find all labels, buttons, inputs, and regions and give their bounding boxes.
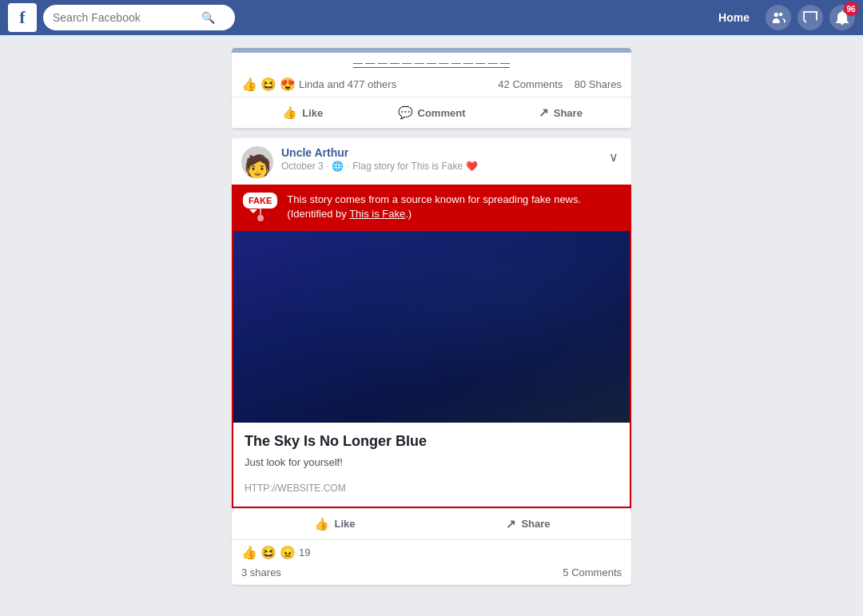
post1-share-button[interactable]: ↗ Share [496,101,625,125]
fake-badge-text: FAKE [249,196,272,205]
notifications-icon-btn[interactable]: 96 [829,5,855,30]
main-content: — — — — — — — — — — — — — 👍 😆 😍 Linda an… [0,0,863,616]
laugh-emoji-2: 😆 [260,545,276,560]
post2-subline: October 3 · 🌐 · Flag story for This is F… [281,161,606,172]
fake-news-banner: FAKE This story comes from a source know… [232,185,631,229]
globe-icon: 🌐 [332,161,344,172]
post1-share-label: Share [554,107,583,119]
laugh-emoji: 😆 [260,77,276,92]
dot-separator-2: · [347,162,349,171]
fake-news-link[interactable]: This is Fake [349,208,405,220]
notification-badge: 96 [844,2,858,16]
share-icon: ↗ [539,105,549,120]
fake-news-text-main: This story comes from a source known for… [287,193,581,220]
like-icon: 👍 [282,105,297,120]
avatar-person-icon: 🧑 [244,156,272,178]
comment-icon: 💬 [398,105,413,120]
love-emoji: 😍 [280,77,296,92]
fake-badge: FAKE [243,193,277,209]
post1-comment-label: Comment [418,107,466,119]
article-text-section: The Sky Is No Longer Blue Just look for … [233,423,630,506]
article-image [233,231,630,423]
post1-comment-button[interactable]: 💬 Comment [367,101,495,125]
messages-icon-btn[interactable] [797,5,823,30]
search-icon: 🔍 [201,11,215,24]
post1-comments-count: 42 Comments [498,78,563,90]
post2-like-label: Like [334,518,355,530]
post1-comments-shares: 42 Comments 80 Shares [498,78,622,90]
post2-like-button[interactable]: 👍 Like [238,512,432,536]
post2-date: October 3 [281,161,324,172]
post2-chevron[interactable]: ∨ [606,146,622,168]
share-icon-2: ↗ [506,517,516,531]
angry-emoji: 😠 [280,545,296,560]
article-card[interactable]: The Sky Is No Longer Blue Just look for … [232,229,631,507]
post2-meta: Uncle Arthur October 3 · 🌐 · Flag story … [281,146,606,172]
friends-icon-btn[interactable] [766,5,791,30]
facebook-logo[interactable]: f [8,3,37,32]
flag-story-link[interactable]: Flag story for This is Fake [352,161,463,172]
navbar-right: Home 96 [709,5,855,30]
post1-like-button[interactable]: 👍 Like [238,101,367,125]
article-image-overlay [233,231,630,423]
post2-avatar: 🧑 [241,146,273,178]
fake-news-text-suffix: .) [405,208,412,220]
post2-reactions-left: 👍 😆 😠 19 [241,545,310,560]
like-icon-2: 👍 [314,517,329,531]
post1-actions: 👍 Like 💬 Comment ↗ Share [232,97,631,129]
post-card-2: 🧑 Uncle Arthur October 3 · 🌐 · Flag stor… [232,138,631,585]
article-title: The Sky Is No Longer Blue [245,432,618,451]
avatar-image: 🧑 [241,146,273,178]
post1-shares-count: 80 Shares [575,78,622,90]
post2-comments-label: 5 Comments [563,566,622,578]
feed-container: — — — — — — — — — — — — — 👍 😆 😍 Linda an… [232,40,631,616]
post2-header: 🧑 Uncle Arthur October 3 · 🌐 · Flag stor… [232,138,631,185]
post1-reactions-bar: 👍 😆 😍 Linda and 477 others 42 Comments 8… [232,72,631,97]
navbar: f 🔍 Home 96 [0,0,863,35]
search-bar[interactable]: 🔍 [43,5,235,30]
like-emoji-2: 👍 [241,545,257,560]
dot-separator: · [327,162,329,171]
like-emoji: 👍 [241,77,257,92]
heart-icon: ❤️ [466,161,478,172]
post1-partial-link[interactable]: — — — — — — — — — — — — — [232,53,631,72]
post2-share-label: Share [521,518,550,530]
article-url: http://website.com [245,483,618,494]
post2-bottom-shares: 3 shares 5 Comments [232,563,631,585]
article-subtitle: Just look for yourself! [245,456,618,468]
post2-shares-label: 3 shares [241,566,281,578]
search-input[interactable] [53,11,197,24]
post1-reactions-left: 👍 😆 😍 Linda and 477 others [241,77,396,92]
fake-news-message: This story comes from a source known for… [287,193,620,221]
post2-reactions-count: 19 [299,546,310,558]
post1-like-label: Like [302,107,323,119]
post1-reactions-text: Linda and 477 others [299,78,396,90]
post-card-1: — — — — — — — — — — — — — 👍 😆 😍 Linda an… [232,48,631,129]
home-link[interactable]: Home [709,6,759,29]
post2-share-button[interactable]: ↗ Share [432,512,625,536]
post2-author[interactable]: Uncle Arthur [281,146,606,159]
post2-bottom-reactions: 👍 😆 😠 19 [232,539,631,563]
post2-actions: 👍 Like ↗ Share [232,508,631,539]
